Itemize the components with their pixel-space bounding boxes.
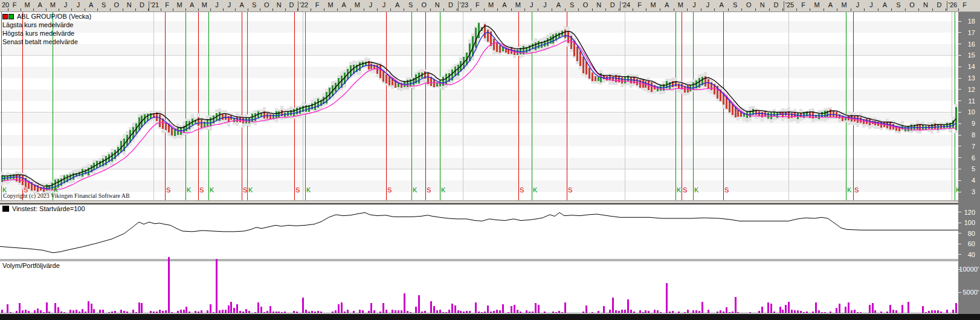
month-label: O bbox=[909, 1, 915, 8]
copyright-notice: Copyright (c) 2023 Vikingen Financial So… bbox=[3, 192, 130, 199]
volume-bar bbox=[284, 312, 286, 313]
volume-bar bbox=[836, 308, 837, 313]
month-label: D bbox=[937, 1, 942, 8]
sell-signal-letter: S bbox=[520, 186, 524, 194]
up-week-bar bbox=[547, 38, 549, 47]
volume-bar bbox=[749, 312, 751, 313]
month-label: J bbox=[64, 1, 68, 8]
volume-bar bbox=[269, 306, 271, 313]
month-label: N bbox=[760, 1, 765, 8]
bottom-window-bar bbox=[0, 314, 980, 320]
volume-bar bbox=[25, 310, 27, 313]
volume-bar bbox=[359, 310, 361, 313]
volume-bar bbox=[168, 257, 170, 313]
price-axis-label: 4 bbox=[972, 177, 975, 184]
price-axis-label: 10 bbox=[968, 108, 975, 116]
price-axis-label: 14 bbox=[968, 63, 975, 70]
volume-bar bbox=[54, 303, 56, 313]
volume-bar bbox=[398, 310, 399, 313]
month-label: N bbox=[277, 1, 282, 8]
down-week-bar bbox=[708, 79, 709, 89]
sell-signal-letter: S bbox=[427, 186, 431, 194]
middle-bottom-divider bbox=[0, 259, 980, 261]
price-axis-label: 9 bbox=[972, 120, 975, 127]
volume-bar bbox=[585, 305, 587, 313]
profit-panel-bg bbox=[0, 204, 980, 259]
volume-bar bbox=[308, 312, 310, 313]
volume-bar bbox=[627, 299, 629, 313]
volume-bar bbox=[723, 312, 724, 313]
volume-bar bbox=[230, 302, 232, 313]
volume-bar bbox=[791, 310, 793, 313]
volume-bar bbox=[272, 312, 274, 313]
legend-symbol-row: ABL GROUP/OB (Vecka) bbox=[2, 12, 91, 21]
buy-signal-letter: K bbox=[847, 186, 852, 194]
volume-axis-label: 5000' bbox=[962, 289, 979, 296]
month-label: F bbox=[801, 1, 805, 8]
volume-bar bbox=[478, 312, 480, 313]
volume-bar bbox=[236, 304, 238, 313]
volume-bar bbox=[529, 312, 530, 313]
down-week-bar bbox=[382, 71, 384, 82]
sell-signal-letter: S bbox=[243, 186, 247, 194]
volume-bar bbox=[445, 312, 447, 313]
month-label: A bbox=[239, 1, 244, 8]
price-band bbox=[0, 180, 958, 192]
volume-bar bbox=[60, 312, 62, 313]
month-label: J bbox=[369, 1, 373, 8]
volume-bar bbox=[717, 312, 718, 313]
month-label: M bbox=[25, 1, 30, 8]
chart-canvas[interactable]: KSKSKSKSKSKSKSKSKSKSKSKSK20FMAMJJASOND'2… bbox=[0, 0, 980, 320]
volume-bar bbox=[886, 312, 888, 313]
profit-test-title: Vinstest: Startvärde=100 bbox=[12, 205, 85, 212]
month-label: J bbox=[856, 1, 860, 8]
up-week-bar bbox=[418, 73, 420, 83]
volume-bar bbox=[687, 310, 689, 313]
volume-panel-title: Volym/Portföljvärde bbox=[2, 262, 60, 269]
month-label: A bbox=[89, 1, 94, 8]
buy-signal-letter: K bbox=[694, 186, 699, 194]
month-label: N bbox=[596, 1, 601, 8]
volume-bar bbox=[404, 293, 405, 313]
volume-bar bbox=[185, 307, 187, 313]
volume-bar bbox=[263, 312, 265, 313]
down-week-bar bbox=[579, 51, 581, 65]
buy-signal-letter: K bbox=[306, 186, 311, 194]
month-label: F bbox=[165, 1, 169, 8]
volume-bar bbox=[532, 312, 534, 313]
volume-axis-label: 10000' bbox=[959, 266, 979, 273]
up-week-bar bbox=[558, 33, 560, 38]
down-week-bar bbox=[860, 117, 862, 123]
volume-bar bbox=[102, 310, 104, 313]
volume-bar bbox=[874, 310, 876, 313]
volume-bar bbox=[76, 310, 77, 313]
volume-bar bbox=[278, 312, 280, 313]
volume-bar bbox=[242, 312, 244, 313]
volume-bar bbox=[317, 311, 319, 313]
volume-bar bbox=[216, 259, 218, 313]
buy-signal-letter: K bbox=[956, 186, 961, 194]
volume-bar bbox=[624, 310, 626, 313]
down-week-bar bbox=[621, 77, 623, 83]
up-week-bar bbox=[204, 122, 205, 127]
month-label: A bbox=[38, 1, 43, 8]
month-label: M bbox=[50, 1, 56, 8]
month-label: F bbox=[962, 1, 967, 8]
volume-bar bbox=[73, 310, 74, 313]
volume-bar bbox=[7, 304, 8, 313]
price-axis-label: 17 bbox=[968, 29, 975, 36]
volume-bar bbox=[701, 302, 703, 313]
volume-bar bbox=[931, 310, 933, 313]
month-label: F bbox=[13, 1, 17, 8]
volume-bar bbox=[177, 311, 179, 313]
volume-bar bbox=[821, 312, 823, 313]
volume-bar bbox=[603, 306, 605, 313]
volume-bar bbox=[818, 310, 820, 313]
top-time-axis: 20FMAMJJASOND'21FMAMJJASOND'22FMAMJJASON… bbox=[0, 0, 980, 12]
volume-bar bbox=[156, 312, 158, 313]
volume-bar bbox=[612, 298, 614, 313]
volume-bar bbox=[526, 310, 527, 313]
volume-bar bbox=[198, 312, 199, 313]
volume-bar bbox=[770, 304, 772, 313]
legend-series-last: Senast betalt medelvärde bbox=[2, 38, 91, 46]
